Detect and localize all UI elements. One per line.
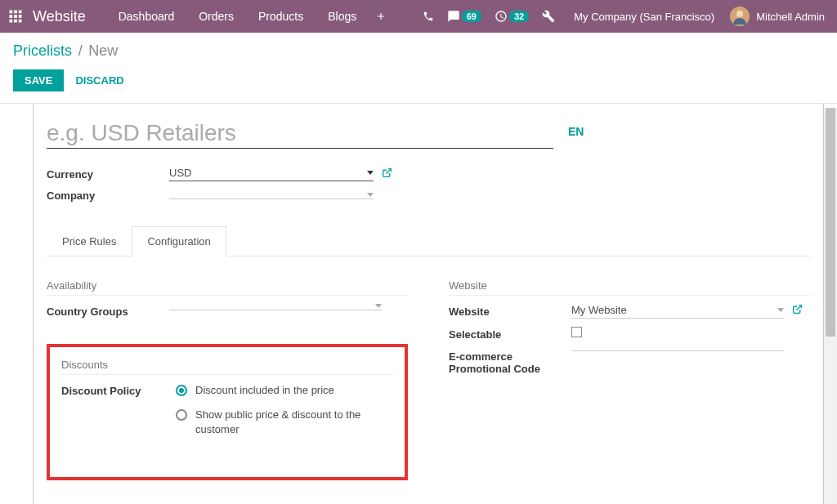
activity-badge: 32	[509, 11, 529, 22]
promo-code-field[interactable]	[571, 349, 784, 351]
svg-rect-4	[14, 15, 17, 18]
svg-rect-5	[19, 15, 22, 18]
caret-down-icon[interactable]	[375, 304, 382, 308]
nav-orders[interactable]: Orders	[186, 10, 246, 23]
tab-price-rules[interactable]: Price Rules	[47, 226, 132, 256]
discount-option-included[interactable]: Discount included in the price	[176, 383, 393, 398]
scrollbar-thumb[interactable]	[826, 108, 835, 337]
svg-point-10	[736, 11, 743, 17]
tools-icon[interactable]	[535, 10, 562, 23]
discounts-highlight-box: Discounts Discount Policy Discount inclu…	[47, 344, 408, 480]
caret-down-icon[interactable]	[367, 193, 374, 197]
svg-rect-1	[14, 11, 17, 14]
breadcrumb-current: New	[88, 42, 118, 59]
nav-products[interactable]: Products	[246, 10, 316, 23]
company-selector[interactable]: My Company (San Francisco)	[562, 11, 727, 23]
promo-code-label: E-commerce Promotional Code	[449, 349, 571, 375]
save-button[interactable]: SAVE	[13, 69, 64, 91]
apps-icon[interactable]	[8, 9, 23, 24]
top-nav: Website Dashboard Orders Products Blogs …	[0, 0, 837, 33]
radio-icon	[176, 409, 187, 421]
currency-field[interactable]: USD	[169, 167, 374, 181]
website-title: Website	[449, 279, 810, 296]
selectable-checkbox[interactable]	[571, 327, 582, 337]
external-link-icon[interactable]	[382, 167, 392, 181]
country-groups-label: Country Groups	[47, 304, 169, 318]
currency-label: Currency	[47, 168, 169, 181]
caret-down-icon[interactable]	[777, 308, 784, 312]
company-label: Company	[47, 190, 169, 202]
nav-blogs[interactable]: Blogs	[316, 10, 369, 23]
website-field[interactable]: My Website	[571, 304, 784, 319]
messages-icon[interactable]: 69	[441, 10, 488, 23]
discounts-title: Discounts	[61, 359, 393, 375]
availability-title: Availability	[47, 279, 408, 296]
discount-option-public[interactable]: Show public price & discount to the cust…	[176, 408, 393, 437]
country-groups-field[interactable]	[169, 304, 382, 310]
external-link-icon[interactable]	[792, 304, 803, 317]
selectable-label: Selectable	[449, 327, 571, 341]
svg-rect-7	[14, 20, 17, 23]
vertical-scrollbar[interactable]	[824, 108, 837, 504]
svg-rect-8	[19, 20, 22, 23]
svg-rect-3	[10, 15, 13, 18]
lang-button[interactable]: EN	[568, 125, 584, 138]
action-bar: SAVE DISCARD	[0, 66, 837, 104]
currency-value: USD	[169, 167, 367, 179]
activity-icon[interactable]: 32	[488, 10, 535, 23]
discount-option-included-label: Discount included in the price	[195, 383, 334, 398]
phone-icon[interactable]	[416, 11, 441, 22]
name-input[interactable]	[47, 118, 553, 149]
tab-configuration[interactable]: Configuration	[132, 226, 226, 256]
username[interactable]: Mitchell Admin	[756, 11, 829, 23]
form-sheet: EN Currency USD Company Price Rules Conf…	[33, 104, 824, 504]
tabs: Price Rules Configuration	[47, 226, 810, 256]
radio-icon	[176, 385, 187, 396]
avatar[interactable]	[730, 7, 750, 26]
discount-option-public-label: Show public price & discount to the cust…	[195, 408, 367, 437]
company-field[interactable]	[169, 193, 374, 199]
svg-rect-2	[19, 11, 22, 14]
breadcrumb-sep: /	[78, 42, 83, 59]
discount-policy-label: Discount Policy	[61, 383, 176, 397]
svg-rect-0	[10, 11, 13, 14]
website-label: Website	[449, 304, 571, 318]
app-title[interactable]: Website	[33, 8, 86, 25]
breadcrumb-root[interactable]: Pricelists	[13, 42, 72, 59]
plus-icon[interactable]	[369, 11, 393, 22]
messages-badge: 69	[462, 11, 481, 22]
website-value: My Website	[571, 304, 777, 316]
svg-rect-6	[10, 20, 13, 23]
nav-dashboard[interactable]: Dashboard	[106, 10, 187, 23]
discard-button[interactable]: DISCARD	[75, 74, 123, 87]
breadcrumb: Pricelists / New	[0, 33, 837, 66]
caret-down-icon[interactable]	[367, 171, 374, 175]
